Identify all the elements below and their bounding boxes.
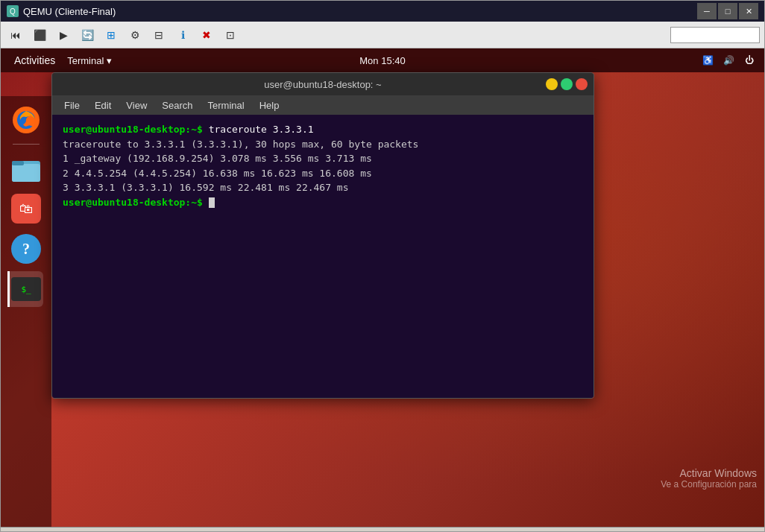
qemu-titlebar-controls: ─ □ ✕ [697,3,758,19]
volume-icon[interactable]: 🔊 [721,53,736,68]
qemu-search-input[interactable] [670,27,760,43]
watermark-line2: Ve a Configuración para [661,479,757,490]
dock-separator-1 [13,144,40,145]
terminal-menu-search[interactable]: Search [156,98,198,113]
qemu-maximize-button[interactable]: □ [718,3,737,19]
ubuntu-dock: 🛍 ? $_ [1,96,51,527]
qemu-toolbar-btn-7[interactable]: ℹ [172,25,193,45]
qemu-icon: Q [7,5,19,17]
qemu-titlebar: Q QEMU (Cliente-Final) ─ □ ✕ [1,1,764,22]
dock-item-software[interactable]: 🛍 [8,191,44,227]
qemu-toolbar-btn-5[interactable]: ⚙ [125,25,145,45]
terminal-menu-edit[interactable]: Edit [89,98,117,113]
ubuntu-topbar: Activities Terminal ▾ Mon 15:40 ♿ 🔊 ⏻ [1,48,764,72]
terminal-window: user@ubuntu18-desktop: ~ ─ □ ✕ File Edit… [51,72,594,399]
qemu-toolbar-btn-0[interactable]: ⏮ [5,25,26,45]
terminal-menu-terminal[interactable]: Terminal [202,98,251,113]
dock-item-terminal[interactable]: $_ [7,271,43,307]
term-output-3: 2 4.4.5.254 (4.4.5.254) 16.638 ms 16.623… [63,168,372,179]
terminal-maximize-button[interactable]: □ [561,78,573,90]
qemu-toolbar-btn-6[interactable]: ⊟ [148,25,169,45]
terminal-line-1: traceroute to 3.3.3.1 (3.3.3.1), 30 hops… [63,137,583,152]
terminal-title: user@ubuntu18-desktop: ~ [264,79,381,90]
help-icon: ? [11,234,41,264]
qemu-toolbar-btn-9[interactable]: ⊡ [220,25,241,45]
qemu-title: QEMU (Cliente-Final) [23,6,116,17]
dock-item-help[interactable]: ? [8,231,44,267]
terminal-menu-view[interactable]: View [120,98,153,113]
term-output-1: traceroute to 3.3.3.1 (3.3.3.1), 30 hops… [63,139,418,150]
terminal-titlebar: user@ubuntu18-desktop: ~ ─ □ ✕ [52,73,594,95]
qemu-window: Q QEMU (Cliente-Final) ─ □ ✕ ⏮ ⬛ ▶ 🔄 ⊞ ⚙… [0,0,765,532]
watermark-line1: Activar Windows [661,467,757,479]
dock-item-files[interactable] [8,151,44,186]
terminal-line-5: user@ubuntu18-desktop:~$ [63,195,583,210]
qemu-search-box [670,27,760,43]
files-icon [10,153,42,183]
qemu-toolbar-btn-4[interactable]: ⊞ [101,25,122,45]
qemu-toolbar: ⏮ ⬛ ▶ 🔄 ⊞ ⚙ ⊟ ℹ ✖ ⊡ [1,22,764,48]
qemu-toolbar-btn-2[interactable]: ▶ [53,25,74,45]
dock-item-firefox[interactable] [8,102,44,138]
terminal-menu-bar: File Edit View Search Terminal Help [52,95,594,115]
terminal-content: user@ubuntu18-desktop:~$ traceroute 3.3.… [52,115,594,398]
term-command-5 [203,197,209,208]
ubuntu-terminal-menu[interactable]: Terminal ▾ [61,52,118,69]
ubuntu-activities-button[interactable]: Activities [8,51,61,69]
qemu-titlebar-left: Q QEMU (Cliente-Final) [7,5,116,17]
terminal-line-0: user@ubuntu18-desktop:~$ traceroute 3.3.… [63,122,583,137]
ubuntu-guest: Activities Terminal ▾ Mon 15:40 ♿ 🔊 ⏻ [1,48,764,527]
qemu-toolbar-btn-1[interactable]: ⬛ [29,25,50,45]
term-cursor [209,197,215,208]
power-icon[interactable]: ⏻ [742,53,757,68]
firefox-icon [10,104,42,136]
qemu-minimize-button[interactable]: ─ [697,3,717,19]
term-output-4: 3 3.3.3.1 (3.3.3.1) 16.592 ms 22.481 ms … [63,182,349,193]
ubuntu-desktop: 🛍 ? $_ [1,72,764,527]
terminal-menu-file[interactable]: File [58,98,86,113]
ubuntu-topbar-right: ♿ 🔊 ⏻ [700,53,757,68]
term-prompt-0: user@ubuntu18-desktop:~$ [63,124,203,135]
terminal-line-4: 3 3.3.3.1 (3.3.3.1) 16.592 ms 22.481 ms … [63,180,583,195]
terminal-minimize-button[interactable]: ─ [546,78,558,90]
ubuntu-terminal-menu-label: Terminal [67,55,104,66]
svg-rect-4 [12,161,24,165]
ubuntu-clock: Mon 15:40 [359,55,405,66]
term-output-2: 1 _gateway (192.168.9.254) 3.078 ms 3.55… [63,153,372,164]
terminal-line-3: 2 4.4.5.254 (4.4.5.254) 16.638 ms 16.623… [63,166,583,181]
software-icon: 🛍 [11,194,41,224]
accessibility-icon[interactable]: ♿ [700,53,715,68]
ubuntu-terminal-menu-arrow: ▾ [107,55,112,66]
terminal-line-2: 1 _gateway (192.168.9.254) 3.078 ms 3.55… [63,151,583,166]
terminal-controls: ─ □ ✕ [546,78,588,90]
qemu-toolbar-btn-3[interactable]: 🔄 [77,25,98,45]
windows-watermark: Activar Windows Ve a Configuración para [661,467,757,490]
svg-rect-3 [12,164,40,182]
qemu-toolbar-btn-8[interactable]: ✖ [196,25,217,45]
qemu-close-button[interactable]: ✕ [739,3,758,19]
term-command-0: traceroute 3.3.3.1 [203,124,314,135]
terminal-close-button[interactable]: ✕ [576,78,588,90]
qemu-taskbar [1,527,764,531]
terminal-menu-help[interactable]: Help [254,98,286,113]
term-prompt-5: user@ubuntu18-desktop:~$ [63,197,203,208]
terminal-dock-icon: $_ [11,277,41,301]
